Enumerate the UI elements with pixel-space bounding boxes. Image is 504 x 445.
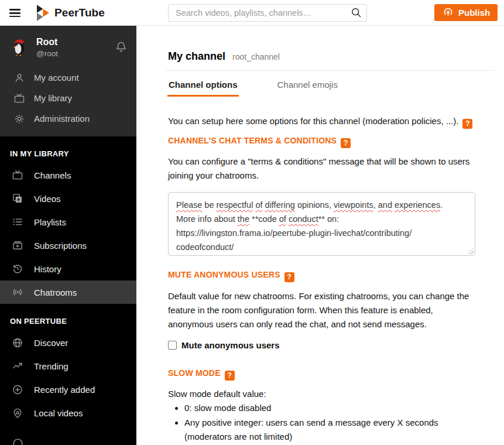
- slow-mode-list: 0: slow mode disabledAny positive intege…: [168, 401, 475, 444]
- tab-channel-options[interactable]: Channel options: [167, 80, 239, 97]
- brand-name: PeerTube: [54, 6, 105, 19]
- publish-label: Publish: [458, 8, 490, 18]
- sidebar-item-administration[interactable]: Administration: [0, 108, 136, 129]
- mute-section-heading: MUTE ANONYMOUS USERS?: [168, 270, 294, 282]
- sidebar-item-recently-added[interactable]: Recently added: [0, 378, 136, 401]
- terms-textarea[interactable]: Please be respectful of differing opinio…: [168, 192, 475, 256]
- brand-home-link[interactable]: PeerTube: [37, 0, 105, 26]
- tabs: Channel optionsChannel emojis: [167, 80, 339, 97]
- main-content: My channelroot_channel Channel optionsCh…: [136, 26, 504, 445]
- sidebar-item-channels[interactable]: Channels: [0, 163, 136, 187]
- help-icon[interactable]: ?: [225, 371, 235, 381]
- sidebar-item-partial[interactable]: [0, 437, 136, 445]
- help-icon[interactable]: ?: [341, 138, 351, 148]
- publish-button[interactable]: Publish: [434, 4, 498, 21]
- tv-icon: [13, 93, 25, 104]
- sidebar-item-my-account[interactable]: My account: [0, 67, 136, 88]
- notifications-bell-icon[interactable]: [114, 40, 128, 55]
- avatar: [9, 36, 29, 59]
- mute-description: Default value for new chatrooms. For exi…: [168, 289, 475, 331]
- home-pin-icon: [12, 407, 23, 419]
- sidebar-item-history[interactable]: History: [0, 257, 136, 280]
- peertube-logo-icon: [37, 5, 49, 21]
- videos-icon: [12, 193, 23, 204]
- circle-icon: [12, 437, 24, 445]
- sidebar-item-chatrooms[interactable]: Chatrooms: [0, 280, 136, 304]
- sidebar-item-label: History: [34, 264, 61, 274]
- divider: [166, 70, 495, 71]
- sidebar-section-header: IN MY LIBRARY: [10, 149, 127, 158]
- sidebar-item-label: Channels: [34, 170, 71, 180]
- slow-mode-bullet: 0: slow mode disabled: [184, 401, 475, 416]
- slow-mode-section-heading: SLOW MODE?: [168, 368, 235, 381]
- search-box: [168, 4, 367, 22]
- user-row[interactable]: Root @root: [0, 26, 136, 67]
- history-icon: [12, 263, 23, 275]
- page-subtitle: root_channel: [232, 52, 280, 61]
- sidebar-item-label: Playlists: [34, 217, 66, 227]
- sidebar-item-label: Videos: [34, 194, 61, 204]
- plus-circle-icon: [12, 384, 23, 395]
- sidebar: Root @root My accountMy libraryAdministr…: [0, 26, 136, 445]
- upload-icon: [442, 6, 454, 20]
- sidebar-item-label: My account: [34, 73, 79, 83]
- slow-mode-bullet: Any positive integer: users can send a m…: [184, 416, 475, 444]
- slow-mode-intro: Slow mode default value:: [168, 387, 475, 401]
- subscriptions-icon: [12, 239, 23, 251]
- sidebar-sections: IN MY LIBRARYChannelsVideosPlaylistsSubs…: [0, 149, 136, 425]
- mute-checkbox-row: Mute anonymous users: [168, 340, 280, 350]
- sidebar-item-label: Chatrooms: [34, 287, 77, 297]
- tab-channel-emojis[interactable]: Channel emojis: [276, 80, 339, 97]
- sidebar-item-videos[interactable]: Videos: [0, 187, 136, 210]
- page-title: My channel: [168, 50, 225, 62]
- sidebar-item-subscriptions[interactable]: Subscriptions: [0, 234, 136, 257]
- tv-icon: [12, 169, 23, 181]
- help-icon[interactable]: ?: [284, 272, 294, 282]
- mute-checkbox-label[interactable]: Mute anonymous users: [181, 340, 280, 350]
- sidebar-item-label: Recently added: [34, 385, 95, 395]
- sidebar-item-label: Trending: [34, 361, 68, 371]
- topbar: PeerTube Publish: [0, 0, 504, 26]
- trending-icon: [12, 360, 23, 372]
- sidebar-item-label: Administration: [34, 114, 90, 124]
- account-menu: My accountMy libraryAdministration: [0, 67, 136, 129]
- user-handle: @root: [36, 49, 114, 58]
- user-icon: [13, 72, 25, 84]
- menu-toggle-button[interactable]: [9, 7, 21, 19]
- intro-paragraph: You can setup here some options for this…: [168, 114, 504, 129]
- user-display-name: Root: [36, 37, 114, 47]
- sidebar-item-local-videos[interactable]: Local videos: [0, 401, 136, 425]
- account-area: Root @root My accountMy libraryAdministr…: [0, 26, 136, 136]
- sidebar-item-label: My library: [34, 93, 72, 103]
- sidebar-item-label: Discover: [34, 338, 68, 348]
- sidebar-item-trending[interactable]: Trending: [0, 354, 136, 378]
- sidebar-item-label: Subscriptions: [34, 241, 87, 251]
- resize-handle-icon[interactable]: [467, 248, 474, 254]
- help-icon[interactable]: ?: [462, 119, 472, 129]
- terms-section-heading: CHANNEL'S CHAT TERMS & CONDITIONS?: [168, 136, 351, 148]
- live-icon: [12, 286, 23, 298]
- sidebar-item-my-library[interactable]: My library: [0, 88, 136, 108]
- sidebar-item-playlists[interactable]: Playlists: [0, 210, 136, 234]
- sidebar-section-header: ON PEERTUBE: [10, 317, 127, 326]
- gear-icon: [13, 113, 25, 125]
- mute-anonymous-checkbox[interactable]: [168, 341, 177, 350]
- terms-description: You can configure a "terms & conditions"…: [168, 155, 475, 183]
- playlist-icon: [12, 216, 23, 228]
- sidebar-item-discover[interactable]: Discover: [0, 331, 136, 354]
- search-input[interactable]: [168, 4, 367, 22]
- globe-icon: [12, 337, 23, 348]
- search-icon[interactable]: [349, 6, 362, 19]
- sidebar-item-label: Local videos: [34, 408, 83, 418]
